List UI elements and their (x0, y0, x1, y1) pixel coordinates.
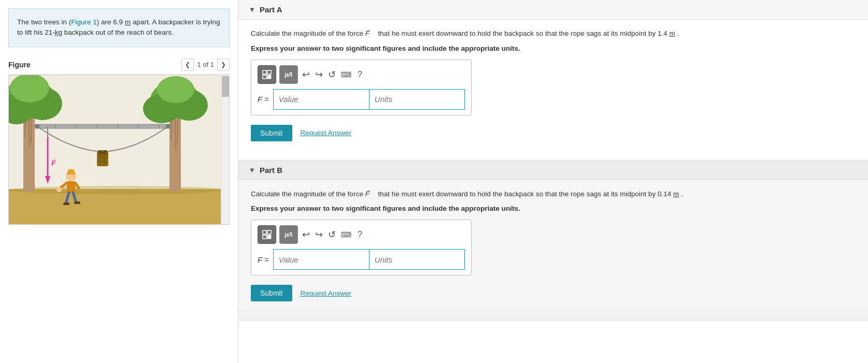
right-panel: ▼ Part A Calculate the magnitude of the … (238, 0, 868, 363)
part-b-express: Express your answer to two significant f… (251, 205, 856, 212)
figure-prev-button[interactable]: ❮ (181, 59, 194, 71)
figure-section: Figure ❮ 1 of 1 ❯ (8, 55, 230, 364)
svg-rect-47 (74, 201, 80, 204)
units-input-b[interactable] (369, 249, 465, 270)
part-a-unit: m (670, 30, 675, 37)
f-label-a: F = (258, 95, 269, 104)
part-b-content: Calculate the magnitude of the force → F… (238, 180, 868, 310)
help-button-b[interactable]: ? (355, 228, 364, 241)
svg-point-48 (56, 187, 62, 192)
part-a-content: Calculate the magnitude of the force → F… (238, 20, 868, 150)
undo-button-b[interactable]: ↩ (301, 227, 311, 242)
part-b-answer-box: μA ↩ ↪ ↺ ⌨ ? F = (251, 220, 472, 275)
part-b-section: ▼ Part B Calculate the magnitude of the … (238, 161, 868, 321)
svg-rect-30 (99, 154, 102, 163)
svg-rect-19 (35, 124, 170, 128)
matrix-icon-button-a[interactable] (258, 65, 276, 84)
force-vector-a: → F X (365, 28, 376, 39)
value-input-b[interactable] (273, 249, 369, 270)
figure-next-button[interactable]: ❯ (217, 59, 230, 71)
f-label-b: F = (258, 255, 269, 264)
kg-unit: kg (55, 28, 62, 36)
submit-button-b[interactable]: Submit (251, 285, 292, 301)
svg-rect-56 (267, 235, 271, 239)
figure-header: Figure ❮ 1 of 1 ❯ (8, 55, 230, 75)
keyboard-button-a[interactable]: ⌨ (340, 68, 352, 81)
part-a-buttons: Submit Request Answer (251, 125, 856, 141)
part-b-buttons: Submit Request Answer (251, 285, 856, 301)
scrollbar-thumb (222, 76, 229, 97)
part-b-unit: m (673, 190, 679, 198)
part-a-title: Part A (260, 5, 282, 14)
reset-button-a[interactable]: ↺ (327, 67, 337, 82)
units-input-a[interactable] (369, 89, 465, 110)
submit-button-a[interactable]: Submit (251, 125, 292, 141)
part-a-section: ▼ Part A Calculate the magnitude of the … (238, 0, 868, 161)
part-b-collapse-icon[interactable]: ▼ (249, 166, 255, 174)
figure-svg: F → (9, 75, 226, 225)
redo-button-a[interactable]: ↪ (314, 67, 324, 82)
svg-rect-46 (63, 202, 69, 205)
problem-text-before: The two trees in ( (17, 18, 71, 26)
part-a-answer-box: μA ↩ ↪ ↺ ⌨ ? F = (251, 60, 472, 115)
problem-text-end: backpack out of the reach of bears. (62, 28, 174, 36)
svg-point-18 (157, 76, 194, 103)
figure-page: 1 of 1 (197, 61, 214, 68)
part-b-header: ▼ Part B (238, 161, 868, 180)
m-unit: m (125, 18, 131, 26)
help-button-a[interactable]: ? (355, 68, 364, 81)
part-a-collapse-icon[interactable]: ▼ (249, 6, 255, 13)
part-a-question: Calculate the magnitude of the force → F… (251, 28, 856, 39)
svg-rect-55 (263, 235, 266, 239)
part-b-input-row: F = (258, 249, 465, 270)
svg-rect-40 (68, 169, 74, 173)
figure-link[interactable]: Figure 1 (71, 18, 97, 26)
force-vector-b: → F X (365, 188, 376, 200)
part-a-input-row: F = (258, 89, 465, 110)
svg-rect-52 (267, 75, 271, 79)
request-answer-a[interactable]: Request Answer (301, 129, 351, 137)
problem-text-after: ) are 6.9 (97, 18, 123, 26)
svg-text:→: → (52, 156, 56, 162)
matrix-icon-button-b[interactable] (258, 225, 276, 244)
value-input-a[interactable] (273, 89, 369, 110)
keyboard-button-b[interactable]: ⌨ (340, 228, 352, 241)
svg-rect-50 (267, 70, 271, 74)
problem-description: The two trees in (Figure 1) are 6.9 m ap… (8, 8, 230, 47)
figure-image: F → (8, 75, 230, 225)
part-b-toolbar: μA ↩ ↪ ↺ ⌨ ? (258, 225, 465, 244)
part-a-header: ▼ Part A (238, 0, 868, 20)
mu-b-button[interactable]: μA (279, 225, 298, 244)
part-b-question: Calculate the magnitude of the force → F… (251, 188, 856, 200)
figure-nav: ❮ 1 of 1 ❯ (181, 59, 230, 71)
matrix-icon-a (262, 69, 272, 80)
request-answer-b[interactable]: Request Answer (301, 289, 351, 297)
part-b-title: Part B (260, 166, 282, 175)
reset-button-b[interactable]: ↺ (327, 227, 337, 242)
svg-rect-53 (263, 230, 266, 234)
svg-rect-31 (103, 154, 106, 163)
redo-button-b[interactable]: ↪ (314, 227, 324, 242)
undo-button-a[interactable]: ↩ (301, 67, 311, 82)
left-panel: The two trees in (Figure 1) are 6.9 m ap… (0, 0, 238, 363)
figure-title: Figure (8, 61, 31, 69)
figure-scrollbar[interactable] (221, 75, 229, 224)
svg-rect-54 (267, 230, 271, 234)
matrix-icon-b (262, 229, 272, 240)
part-a-toolbar: μA ↩ ↪ ↺ ⌨ ? (258, 65, 465, 84)
svg-rect-49 (263, 70, 266, 74)
svg-rect-1 (9, 189, 226, 225)
svg-point-2 (9, 186, 226, 194)
svg-rect-51 (263, 75, 266, 79)
part-a-express: Express your answer to two significant f… (251, 45, 856, 52)
mu-a-button[interactable]: μA (279, 65, 298, 84)
